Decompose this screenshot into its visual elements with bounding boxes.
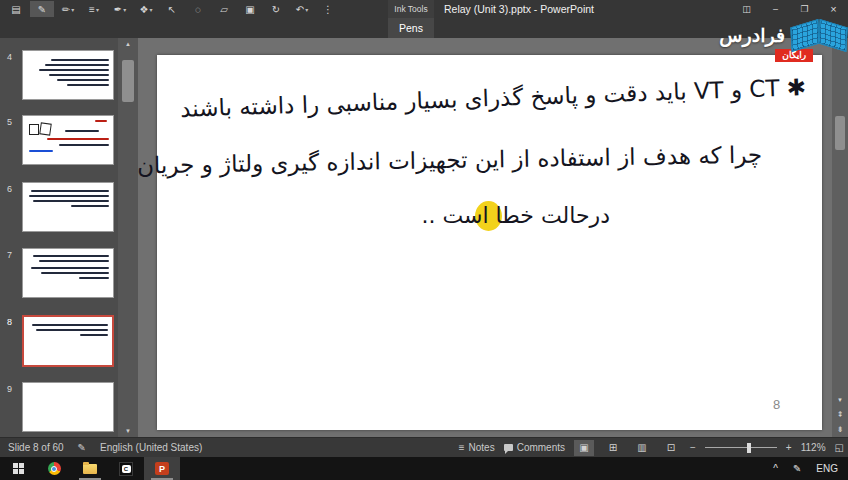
save-icon[interactable]: ▤ xyxy=(4,1,28,17)
book-left-page xyxy=(790,19,819,52)
view-normal-button[interactable]: ▣ xyxy=(574,440,594,456)
ink-color-icon[interactable]: ❖▾ xyxy=(134,1,158,17)
spell-check-icon[interactable]: ✎ xyxy=(78,442,86,453)
keyboard-language[interactable]: ENG xyxy=(816,463,838,474)
thumbnail-slide-7[interactable] xyxy=(22,248,114,298)
thumbnail-ink xyxy=(23,249,113,252)
windows-logo-icon xyxy=(13,463,24,474)
zoom-out-button[interactable]: − xyxy=(690,442,696,453)
line-style-glyph: ≡ xyxy=(89,4,95,15)
scroll-down-icon[interactable]: ▼ xyxy=(832,393,848,406)
thumbnail-ink xyxy=(23,51,113,56)
fit-to-window-icon[interactable]: ◱ xyxy=(835,442,844,453)
quick-access-toolbar: ▤ ✎ ✏▾ ≡▾ ✒▾ ❖▾ ↖ ◌ ▱ ▣ ↻ ↶▾ ⋮ xyxy=(4,0,340,18)
thumbnail-slide-6[interactable] xyxy=(22,182,114,232)
notes-icon: ≡ xyxy=(459,442,465,453)
ink-text-line-3: درحالت خطا است .. xyxy=(422,203,611,228)
pen-gallery-icon[interactable]: ✒▾ xyxy=(108,1,132,17)
notes-label: Notes xyxy=(469,442,495,453)
customize-qat-icon[interactable]: ⋮ xyxy=(316,1,340,17)
restore-button[interactable]: ❐ xyxy=(790,0,819,18)
pen-tool-icon[interactable]: ✎ xyxy=(30,1,54,17)
minimize-button[interactable]: – xyxy=(761,0,790,18)
thumbnail-ink xyxy=(31,190,109,192)
highlighter-icon[interactable]: ✏▾ xyxy=(56,1,80,17)
scrollbar-thumb[interactable] xyxy=(835,116,845,150)
eraser-icon[interactable]: ▱ xyxy=(212,1,236,17)
slide-canvas: رایگان ✱ CT و VT باید دقت و پاسخ گذرای ب… xyxy=(138,38,848,437)
scroll-up-icon[interactable]: ▲ xyxy=(118,38,138,50)
select-cursor-icon[interactable]: ↖ xyxy=(160,1,184,17)
zoom-slider[interactable] xyxy=(705,447,777,448)
thumbnail-ink xyxy=(23,183,113,187)
taskbar-file-explorer[interactable] xyxy=(72,457,108,480)
panel-scrollbar[interactable]: ▲ ▼ xyxy=(118,38,138,437)
highlighter-glyph: ✏ xyxy=(62,4,70,15)
line-style-icon[interactable]: ≡▾ xyxy=(82,1,106,17)
ink-text-line-1: ✱ CT و VT باید دقت و پاسخ گذرای بسیار من… xyxy=(180,74,807,122)
current-slide[interactable]: رایگان ✱ CT و VT باید دقت و پاسخ گذرای ب… xyxy=(157,55,822,430)
window-title: Relay (Unit 3).pptx - PowerPoint xyxy=(444,0,594,18)
powerpoint-icon: P xyxy=(155,462,169,475)
thumbnail-slide-5[interactable] xyxy=(22,115,114,165)
taskbar-chrome[interactable] xyxy=(36,457,72,480)
thumbnail-ink xyxy=(95,120,107,122)
comments-button[interactable]: Comments xyxy=(504,442,565,453)
faradars-logo: فرادرس xyxy=(719,19,848,51)
thumbnail-ink xyxy=(29,150,53,152)
zoom-in-button[interactable]: + xyxy=(786,442,792,453)
pen-gallery-glyph: ✒ xyxy=(114,4,122,15)
zoom-level[interactable]: 112% xyxy=(801,442,826,453)
slide-thumbnail-panel: 4 5 6 7 xyxy=(0,38,118,437)
thumbnail-ink xyxy=(51,59,109,61)
slide-indicator[interactable]: Slide 8 of 60 xyxy=(8,442,64,453)
chevron-down-icon: ▾ xyxy=(96,6,99,13)
thumbnail-ink xyxy=(59,144,109,146)
copy-icon[interactable]: ▣ xyxy=(238,1,262,17)
thumbnail-ink xyxy=(29,195,109,197)
zoom-slider-thumb[interactable] xyxy=(747,443,751,453)
taskbar-powerpoint[interactable]: P xyxy=(144,457,180,480)
thumbnail-ink xyxy=(33,255,109,257)
powerpoint-window: ▤ ✎ ✏▾ ≡▾ ✒▾ ❖▾ ↖ ◌ ▱ ▣ ↻ ↶▾ ⋮ Relay (Un… xyxy=(0,0,848,480)
thumbnail-slide-8-selected[interactable] xyxy=(22,315,114,367)
camtasia-icon: C xyxy=(119,462,133,476)
ink-tools-label: Ink Tools xyxy=(388,0,434,18)
vertical-scrollbar[interactable]: ▲ ▼ ⇞ ⇟ xyxy=(832,38,848,437)
previous-slide-icon[interactable]: ⇞ xyxy=(832,408,848,421)
view-reading-button[interactable]: ▥ xyxy=(632,440,652,456)
view-slide-sorter-button[interactable]: ⊞ xyxy=(603,440,623,456)
panel-scrollbar-thumb[interactable] xyxy=(122,60,134,102)
next-slide-icon[interactable]: ⇟ xyxy=(832,423,848,436)
close-button[interactable]: × xyxy=(819,0,848,18)
tab-pens[interactable]: Pens xyxy=(388,18,434,38)
notes-button[interactable]: ≡ Notes xyxy=(459,442,495,453)
chevron-down-icon: ▾ xyxy=(305,6,308,13)
undo-icon[interactable]: ↶▾ xyxy=(290,1,314,17)
ribbon-display-options-icon[interactable]: ◫ xyxy=(732,0,761,18)
thumbnail-ink xyxy=(32,324,108,326)
thumbnail-ink xyxy=(65,130,99,132)
thumbnail-ink xyxy=(24,317,112,321)
show-hidden-icons[interactable]: ^ xyxy=(773,463,778,474)
thumbnail-slide-9[interactable] xyxy=(22,382,114,432)
redo-icon[interactable]: ↻ xyxy=(264,1,288,17)
thumbnail-ink xyxy=(45,64,109,66)
view-slideshow-button[interactable]: ⊡ xyxy=(661,440,681,456)
open-book-icon xyxy=(790,20,848,50)
status-right: ≡ Notes Comments ▣ ⊞ ▥ ⊡ − + 112% ◱ xyxy=(459,438,844,457)
taskbar-camtasia[interactable]: C xyxy=(108,457,144,480)
chevron-down-icon: ▾ xyxy=(149,6,152,13)
thumbnail-ink xyxy=(33,200,109,202)
chrome-icon xyxy=(48,462,61,475)
thumbnail-slide-4[interactable] xyxy=(22,50,114,100)
start-button[interactable] xyxy=(0,457,36,480)
lasso-select-icon[interactable]: ◌ xyxy=(186,1,210,17)
windows-taskbar: C P ^ ✎ ENG xyxy=(0,457,848,480)
window-controls: ◫ – ❐ × xyxy=(732,0,848,18)
status-left: Slide 8 of 60 ✎ English (United States) xyxy=(8,438,202,457)
thumbnail-number: 5 xyxy=(7,117,12,127)
language-indicator[interactable]: English (United States) xyxy=(100,442,202,453)
scroll-down-icon[interactable]: ▼ xyxy=(118,425,138,437)
pen-tray-icon[interactable]: ✎ xyxy=(793,463,801,474)
